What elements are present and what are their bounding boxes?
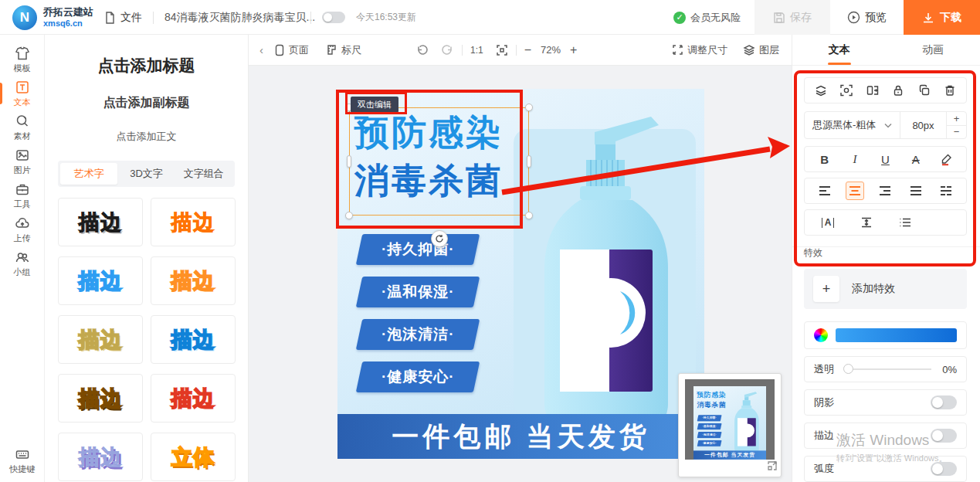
tab-art-text[interactable]: 艺术字: [60, 163, 117, 185]
gradient-color-bar[interactable]: [836, 328, 957, 342]
color-pen-icon: [940, 153, 953, 166]
resize-handle[interactable]: [525, 212, 533, 219]
underline-button[interactable]: U: [876, 153, 894, 166]
align-right-button[interactable]: [876, 182, 894, 200]
layers-button[interactable]: 图层: [743, 43, 779, 57]
duplicate-button[interactable]: [915, 81, 934, 100]
line-height-button[interactable]: [857, 213, 876, 232]
promo-banner[interactable]: 一件包邮 当天发货: [337, 414, 704, 459]
sidebar-item-text[interactable]: 文本: [0, 76, 45, 110]
add-effect-button[interactable]: + 添加特效: [804, 269, 967, 309]
canvas-background[interactable]: ·持久抑菌· ·温和保湿· ·泡沫清洁· ·健康安心· 一件包邮 当天发货 预防…: [249, 66, 792, 482]
list-button[interactable]: [896, 213, 914, 232]
delete-button[interactable]: [941, 81, 959, 100]
minimap-bottle: [730, 389, 764, 454]
sidebar-item-image[interactable]: 图片: [0, 144, 45, 178]
zoom-level[interactable]: 72%: [541, 44, 561, 56]
resize-handle[interactable]: [527, 155, 531, 168]
font-size-decrease[interactable]: −: [947, 126, 966, 139]
update-time: 今天16:53更新: [356, 11, 416, 24]
art-text-sample[interactable]: 描边: [58, 198, 143, 246]
shadow-toggle[interactable]: [931, 395, 957, 409]
resize-button[interactable]: 调整尺寸: [672, 43, 727, 57]
italic-button[interactable]: I: [846, 153, 864, 166]
lock-button[interactable]: [889, 81, 907, 100]
bullet-item[interactable]: ·持久抑菌·: [356, 234, 480, 265]
sidebar-item-tools[interactable]: 工具: [0, 178, 45, 212]
autosave-toggle[interactable]: [322, 12, 345, 23]
font-family-select[interactable]: 思源黑体-粗体: [805, 112, 900, 138]
bullet-item[interactable]: ·健康安心·: [356, 362, 480, 392]
arc-toggle[interactable]: [931, 462, 957, 476]
minimap[interactable]: 预防感染 消毒杀菌 ·持久抑菌· ·温和保湿· ·泡沫清洁· ·健康安心· 一件…: [678, 373, 782, 477]
undo-button[interactable]: [415, 43, 429, 56]
tab-animation[interactable]: 动画: [887, 35, 980, 65]
bold-button[interactable]: B: [816, 153, 834, 166]
layer-order-icon: [814, 83, 828, 97]
text-color-button[interactable]: [937, 150, 955, 168]
letter-spacing-button[interactable]: A: [819, 213, 837, 232]
sidebar-item-group[interactable]: 小组: [0, 246, 45, 280]
art-text-sample[interactable]: 立体: [151, 433, 236, 481]
art-text-sample[interactable]: 描边: [151, 315, 236, 364]
align-justify-button[interactable]: [907, 182, 925, 200]
add-subtitle-item[interactable]: 点击添加副标题: [45, 95, 248, 111]
zoom-in-button[interactable]: +: [570, 43, 577, 57]
opacity-slider-knob[interactable]: [843, 364, 853, 374]
resize-handle[interactable]: [525, 104, 533, 111]
art-text-sample[interactable]: 描边: [151, 374, 236, 423]
sidebar-item-upload[interactable]: 上传: [0, 212, 45, 246]
tab-text-properties[interactable]: 文本: [792, 35, 887, 65]
minimap-expand-icon[interactable]: [767, 460, 778, 474]
save-button[interactable]: 保存: [754, 0, 830, 35]
resize-handle[interactable]: [347, 155, 351, 168]
art-text-sample[interactable]: 描边: [58, 315, 143, 364]
shadow-row: 阴影: [804, 389, 967, 416]
zoom-out-button[interactable]: −: [524, 43, 531, 57]
opacity-slider[interactable]: [845, 368, 931, 370]
rotate-handle[interactable]: [431, 230, 448, 247]
bullet-item[interactable]: ·温和保湿·: [356, 277, 480, 307]
page-button[interactable]: 页面: [274, 43, 309, 57]
align-distribute-button[interactable]: [937, 182, 955, 200]
redo-button[interactable]: [441, 43, 454, 56]
layer-order-button[interactable]: [812, 81, 830, 100]
art-text-sample[interactable]: 描边: [58, 433, 143, 481]
doc-title[interactable]: 84消毒液灭菌防肺炎病毒宝贝...: [164, 11, 300, 25]
flip-distribute-button[interactable]: [863, 81, 882, 100]
properties-tabs: 文本 动画: [792, 35, 980, 66]
bottle-image[interactable]: [521, 101, 691, 433]
add-body-item[interactable]: 点击添加正文: [45, 130, 248, 144]
strikethrough-button[interactable]: A: [907, 153, 925, 166]
ruler-button[interactable]: 标尺: [326, 43, 361, 57]
file-menu[interactable]: 文件: [104, 11, 142, 25]
art-text-sample[interactable]: 描边: [58, 256, 143, 305]
poster-canvas[interactable]: ·持久抑菌· ·温和保湿· ·泡沫清洁· ·健康安心· 一件包邮 当天发货 预防…: [337, 89, 704, 459]
add-title-item[interactable]: 点击添加标题: [45, 55, 248, 76]
art-text-sample[interactable]: 描边: [151, 198, 236, 246]
tab-3d-text[interactable]: 3D文字: [117, 163, 175, 185]
ratio-button[interactable]: 1:1: [470, 45, 483, 56]
brand-logo[interactable]: N 乔拓云建站 xmsq6.cn: [12, 5, 93, 30]
align-left-button[interactable]: [816, 182, 834, 200]
art-text-sample[interactable]: 描边: [58, 374, 143, 423]
sidebar-item-label: 图片: [14, 165, 31, 176]
stroke-toggle[interactable]: [931, 429, 957, 443]
resize-handle[interactable]: [345, 212, 353, 219]
font-size-increase[interactable]: +: [947, 112, 966, 126]
color-wheel-icon[interactable]: [814, 328, 828, 342]
fit-screen-button[interactable]: [496, 44, 508, 56]
align-center-button[interactable]: [846, 182, 864, 200]
art-text-sample[interactable]: 描边: [151, 256, 236, 305]
sidebar-item-material[interactable]: 素材: [0, 110, 45, 144]
preview-button[interactable]: 预览: [830, 0, 904, 35]
bullet-item[interactable]: ·泡沫清洁·: [356, 319, 480, 350]
feature-bullets: ·持久抑菌· ·温和保湿· ·泡沫清洁· ·健康安心·: [359, 234, 476, 404]
font-size-value[interactable]: 80px: [900, 112, 946, 138]
center-focus-button[interactable]: [837, 81, 856, 100]
sidebar-item-shortcuts[interactable]: 快捷键: [0, 443, 45, 477]
sidebar-item-template[interactable]: 模板: [0, 42, 45, 76]
tab-text-combo[interactable]: 文字组合: [175, 163, 232, 185]
collapse-panel-chevron[interactable]: ‹: [259, 43, 263, 56]
download-button[interactable]: 下载: [904, 0, 980, 35]
